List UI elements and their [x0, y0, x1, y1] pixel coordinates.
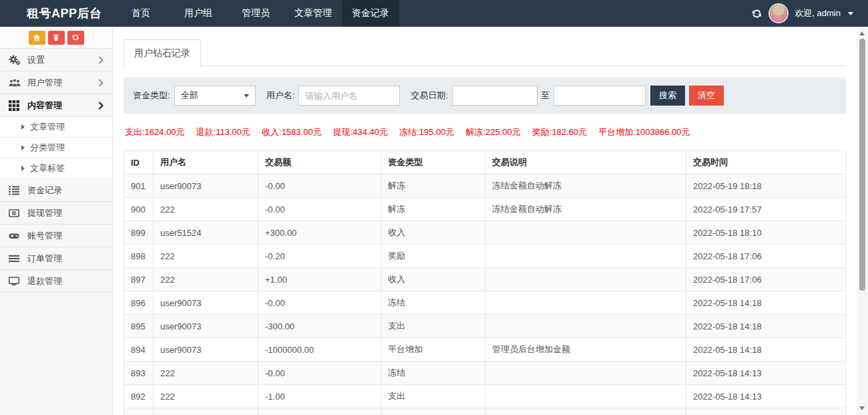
table-cell: 2022-05-18 14:18	[686, 338, 846, 362]
list-icon	[9, 185, 21, 196]
avatar[interactable]	[770, 5, 787, 22]
welcome-text[interactable]: 欢迎, admin	[795, 7, 841, 19]
table-header-cell: 交易说明	[485, 151, 686, 174]
sidebar-item[interactable]: 内容管理	[0, 94, 112, 117]
table-cell	[485, 268, 686, 291]
table-cell: 解冻	[381, 174, 485, 198]
table-cell: 222	[154, 198, 258, 221]
table-cell: 896	[124, 291, 154, 315]
table-cell: +1.00	[258, 268, 381, 291]
scroll-thumb[interactable]	[859, 39, 865, 291]
nav-item-4[interactable]: 资金记录	[342, 0, 399, 27]
table-cell: 901	[124, 174, 154, 198]
stat-item: 支出:1624.00元	[125, 127, 185, 137]
tab-user-diamond-records[interactable]: 用户钻石记录	[124, 39, 201, 67]
records-table: ID用户名交易额资金类型交易说明交易时间 901user90073-0.00解冻…	[124, 150, 846, 415]
table-header-cell: 资金类型	[381, 151, 485, 174]
table-cell: user90073	[154, 338, 258, 362]
caret-down-icon	[848, 12, 853, 15]
table-cell	[485, 385, 686, 408]
trade-date-label: 交易日期:	[411, 90, 448, 102]
table-cell: user90073	[154, 174, 258, 198]
table-row: 892222-1.00支出2022-05-18 14:13	[124, 385, 846, 408]
table-cell: user51524	[154, 221, 258, 245]
table-cell: -0.00	[258, 174, 381, 198]
fund-type-label: 资金类型:	[133, 90, 170, 102]
sidebar-item[interactable]: 账号管理	[0, 225, 112, 247]
table-cell: 900	[124, 198, 154, 221]
sidebar-subitem[interactable]: 文章管理	[0, 117, 112, 138]
table-cell: 2022-05-19 17:57	[686, 198, 846, 221]
nav-item-1[interactable]: 用户组	[170, 0, 227, 27]
recycle-button[interactable]	[67, 31, 84, 45]
table-cell	[485, 291, 686, 315]
scroll-up-arrow-icon[interactable]	[859, 31, 865, 35]
filter-bar: 资金类型: 全部 用户名: 交易日期: 至 搜索 清空	[124, 78, 846, 114]
refresh-icon[interactable]	[751, 8, 763, 19]
vertical-scrollbar[interactable]	[857, 27, 868, 415]
table-row: 901user90073-0.00解冻冻结金额自动解冻2022-05-19 18…	[124, 174, 846, 198]
table-cell	[485, 315, 686, 338]
table-cell	[485, 245, 686, 268]
table-cell: 2022-05-18 14:13	[686, 362, 846, 385]
sidebar-item[interactable]: 订单管理	[0, 247, 112, 270]
sidebar-item[interactable]: 用户管理	[0, 72, 112, 94]
username-label: 用户名:	[266, 90, 295, 102]
table-cell	[485, 362, 686, 385]
sidebar-item[interactable]: 退款管理	[0, 270, 112, 293]
sidebar-subitem[interactable]: 文章标签	[0, 158, 112, 179]
username-input[interactable]	[298, 86, 400, 106]
header-right: 欢迎, admin	[751, 0, 868, 27]
sidebar-item[interactable]: 设置	[0, 49, 112, 72]
table-cell: 2022-02-01 21:38	[686, 408, 846, 415]
gamepad-icon	[9, 231, 21, 241]
table-cell: 收入	[381, 221, 485, 245]
sidebar-subitem-label: 分类管理	[30, 142, 65, 154]
table-cell: user62038	[154, 408, 258, 415]
table-cell: 平台增加	[381, 338, 485, 362]
fund-type-select[interactable]: 全部	[174, 86, 256, 106]
nav-item-0[interactable]: 首页	[112, 0, 170, 27]
table-cell: +300.00	[258, 221, 381, 245]
table-cell: 解冻	[381, 408, 485, 415]
home-button[interactable]	[29, 31, 45, 45]
table-cell: 892	[124, 385, 154, 408]
nav-item-3[interactable]: 文章管理	[284, 0, 342, 27]
nav-item-2[interactable]: 管理员	[227, 0, 284, 27]
sidebar-item-label: 资金记录	[27, 184, 103, 196]
table-cell: 支出	[381, 315, 485, 338]
brand-logo[interactable]: 租号APP后台	[0, 0, 112, 27]
trash-icon	[52, 33, 60, 41]
table-row: 893222-0.00冻结2022-05-18 14:13	[124, 362, 846, 385]
grid-icon	[9, 100, 21, 111]
recycle-icon	[71, 33, 79, 41]
sidebar-item[interactable]: 提现管理	[0, 202, 112, 225]
clear-button[interactable]: 清空	[689, 86, 724, 106]
table-header-cell: ID	[124, 151, 154, 174]
table-cell: 893	[124, 362, 154, 385]
table-cell: 2022-05-18 14:18	[686, 291, 846, 315]
table-cell: 2022-05-18 14:18	[686, 315, 846, 338]
table-cell: 222	[154, 268, 258, 291]
table-row: 894user90073-1000000.00平台增加管理员后台增加金额2022…	[124, 338, 846, 362]
users-icon	[9, 78, 21, 88]
scroll-down-arrow-icon[interactable]	[859, 406, 865, 410]
trash-button[interactable]	[48, 31, 65, 45]
table-cell: 222	[154, 245, 258, 268]
gears-icon	[9, 55, 21, 65]
table-header-cell: 交易额	[258, 151, 381, 174]
main-content: 用户钻石记录 资金类型: 全部 用户名: 交易日期: 至 搜索 清空 支出:16…	[113, 27, 857, 415]
table-cell: 899	[124, 221, 154, 245]
date-end-input[interactable]	[554, 86, 646, 106]
table-cell: 894	[124, 338, 154, 362]
table-cell: 895	[124, 315, 154, 338]
sidebar-item[interactable]: 资金记录	[0, 179, 112, 202]
table-cell: 897	[124, 268, 154, 291]
search-button[interactable]: 搜索	[650, 86, 685, 106]
date-to-label: 至	[541, 90, 550, 102]
table-cell: -1.00	[258, 408, 381, 415]
table-cell: -1.00	[258, 385, 381, 408]
date-start-input[interactable]	[452, 86, 537, 106]
sidebar-subitem[interactable]: 分类管理	[0, 138, 112, 158]
chevron-right-icon	[98, 56, 103, 64]
